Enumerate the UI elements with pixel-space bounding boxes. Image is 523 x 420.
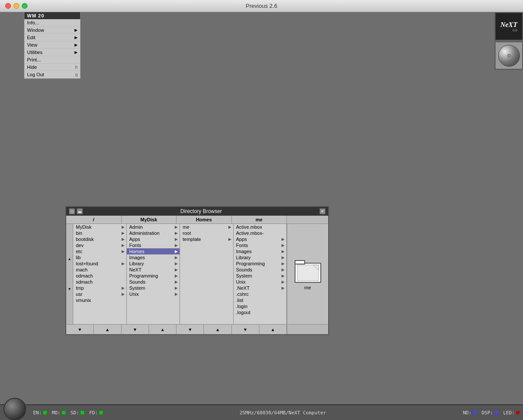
menu-item-utilities[interactable]: Utilities ▶: [24, 49, 80, 56]
col-header-root: /: [66, 216, 122, 224]
window-controls[interactable]: [5, 3, 27, 9]
list-item[interactable]: Sounds▶: [127, 279, 180, 285]
status-nd: ND:: [463, 410, 476, 416]
next-logo[interactable]: NeXT 0.8: [495, 12, 523, 41]
column-root[interactable]: MyDisk▶ bin▶ bootdisk▶ dev▶ etc▶ lib los…: [73, 224, 127, 324]
list-item[interactable]: Images▶: [127, 254, 180, 261]
maximize-button[interactable]: [22, 3, 27, 9]
list-item[interactable]: sdmach: [73, 279, 126, 285]
list-item[interactable]: dev▶: [73, 242, 126, 248]
list-item[interactable]: Active.mbox: [234, 224, 287, 230]
nav-down-3[interactable]: ▼: [177, 325, 204, 334]
left-nav[interactable]: ▲ ▼: [66, 224, 73, 324]
dock-sphere[interactable]: [3, 398, 26, 420]
nav-up-2[interactable]: ▲: [149, 325, 176, 334]
list-item[interactable]: root: [180, 230, 233, 236]
status-dsp: DSP:: [482, 410, 498, 416]
list-item[interactable]: Library▶: [234, 254, 287, 261]
status-sd: SD:: [71, 410, 84, 416]
title-bar: Previous 2.6: [0, 0, 523, 12]
browser-nav[interactable]: ▼ ▲ ▼ ▲ ▼ ▲ ▼ ▲: [66, 324, 328, 334]
folder-preview-icon: [294, 258, 322, 284]
nav-up-4[interactable]: ▲: [259, 325, 286, 334]
col-header-me: me: [232, 216, 287, 224]
list-item[interactable]: tmp▶: [73, 285, 126, 291]
fd-led: [99, 411, 103, 414]
minimize-button[interactable]: [14, 3, 19, 9]
list-item[interactable]: .cshrc: [234, 291, 287, 297]
list-item[interactable]: vmunix: [73, 297, 126, 303]
list-item[interactable]: Apps▶: [234, 236, 287, 242]
column-me[interactable]: Active.mbox Active.mbox- Apps▶ Fonts▶ Im…: [234, 224, 287, 324]
list-item[interactable]: NeXT▶: [127, 267, 180, 273]
list-item[interactable]: bin▶: [73, 230, 126, 236]
wm-menu-title: WM 20: [24, 12, 80, 19]
nav-down-2[interactable]: ▼: [122, 325, 149, 334]
column-homes[interactable]: me▶ root template▶: [180, 224, 234, 324]
list-item[interactable]: Admin▶: [127, 224, 180, 230]
close-button[interactable]: [5, 3, 11, 9]
sd-led: [81, 411, 84, 414]
menu-item-logout[interactable]: Log Out q: [24, 71, 80, 78]
list-item[interactable]: Unix▶: [127, 291, 180, 297]
nav-up-1[interactable]: ▲: [94, 325, 121, 334]
list-item[interactable]: .login: [234, 303, 287, 309]
menu-item-window[interactable]: Window ▶: [24, 27, 80, 34]
status-mo: MO:: [52, 410, 65, 416]
nav-up-3[interactable]: ▲: [204, 325, 231, 334]
list-item[interactable]: System▶: [234, 273, 287, 279]
nav-down-4[interactable]: ▼: [232, 325, 259, 334]
list-item[interactable]: Administration▶: [127, 230, 180, 236]
nav-down-1[interactable]: ▼: [66, 325, 94, 334]
list-item[interactable]: mach: [73, 267, 126, 273]
list-item[interactable]: System▶: [127, 285, 180, 291]
svg-rect-2: [295, 261, 305, 264]
dir-close-button[interactable]: ✕: [319, 208, 326, 214]
list-item[interactable]: MyDisk▶: [73, 224, 126, 230]
list-item[interactable]: Apps▶: [127, 236, 180, 242]
list-item[interactable]: .NeXT▶: [234, 285, 287, 291]
nav-col2: ▼ ▲: [122, 325, 177, 334]
list-item[interactable]: Images▶: [234, 248, 287, 254]
list-item[interactable]: me▶: [180, 224, 233, 230]
menu-item-view[interactable]: View ▶: [24, 41, 80, 49]
list-item-homes-selected[interactable]: Homes▶: [127, 248, 180, 254]
led-indicator: [516, 411, 520, 414]
list-item[interactable]: Programming▶: [127, 273, 180, 279]
dir-resize-button[interactable]: ◻: [69, 208, 75, 214]
list-item[interactable]: etc▶: [73, 248, 126, 254]
menu-item-info[interactable]: Info...: [24, 19, 80, 27]
list-item[interactable]: Fonts▶: [234, 242, 287, 248]
list-item[interactable]: odmach: [73, 273, 126, 279]
menu-item-edit[interactable]: Edit ▶: [24, 34, 80, 41]
list-item[interactable]: template▶: [180, 236, 233, 242]
list-item[interactable]: bootdisk▶: [73, 236, 126, 242]
dir-minimize-button[interactable]: ▬: [77, 208, 83, 214]
list-item[interactable]: Programming▶: [234, 261, 287, 267]
list-item[interactable]: lost+found▶: [73, 261, 126, 267]
menu-item-hide[interactable]: Hide h: [24, 64, 80, 71]
scroll-down-left[interactable]: ▼: [68, 287, 71, 291]
status-en: EN:: [33, 410, 47, 416]
list-item[interactable]: Active.mbox-: [234, 230, 287, 236]
list-item[interactable]: usr▶: [73, 291, 126, 297]
list-item[interactable]: lib: [73, 254, 126, 261]
list-item[interactable]: Library▶: [127, 261, 180, 267]
column-mydisk[interactable]: Admin▶ Administration▶ Apps▶ Fonts▶ Home…: [127, 224, 180, 324]
status-right: ND: DSP: LED:: [463, 410, 520, 416]
list-item[interactable]: .list: [234, 297, 287, 303]
dock: EN: MO: SD: FD: 25MHz/68030/64MB/NeXT Co…: [0, 404, 523, 420]
list-item[interactable]: Fonts▶: [127, 242, 180, 248]
wm-menu: WM 20 Info... Window ▶ Edit ▶ View ▶ Uti…: [24, 12, 81, 79]
cd-drive-icon[interactable]: [495, 41, 523, 70]
list-item[interactable]: Unix▶: [234, 279, 287, 285]
nd-led: [473, 411, 476, 414]
status-fd: FD:: [89, 410, 103, 416]
dir-browser-titlebar: ◻ ▬ Directory Browser ✕: [66, 207, 328, 216]
list-item[interactable]: .logout: [234, 309, 287, 315]
mo-led: [62, 411, 65, 414]
nav-col1: ▼ ▲: [66, 325, 122, 334]
scroll-up-left[interactable]: ▲: [68, 257, 71, 261]
menu-item-print[interactable]: Print...: [24, 56, 80, 64]
list-item[interactable]: Sounds▶: [234, 267, 287, 273]
